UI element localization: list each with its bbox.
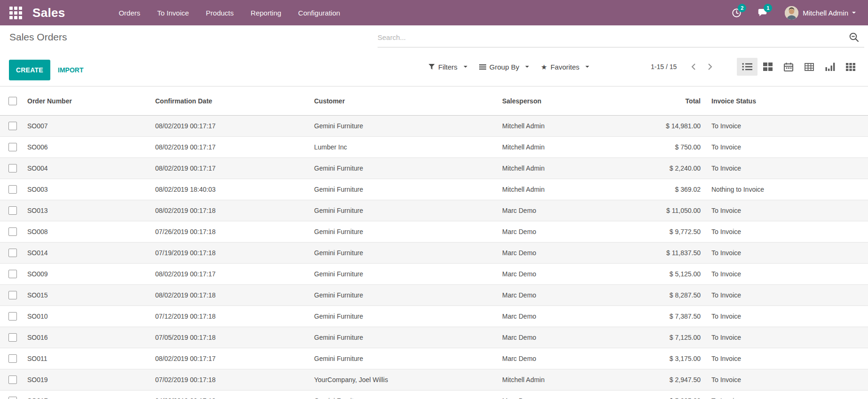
- cell-order-number: SO010: [19, 306, 147, 327]
- row-checkbox[interactable]: [8, 270, 17, 278]
- cell-customer: Gemini Furniture: [306, 243, 494, 264]
- cell-confirmation-date: 08/02/2019 18:40:03: [147, 179, 306, 200]
- nav-item-to-invoice[interactable]: To Invoice: [157, 9, 189, 17]
- row-checkbox[interactable]: [8, 185, 17, 194]
- column-header-invoice-status[interactable]: Invoice Status: [704, 86, 868, 116]
- table-header-row: Order Number Confirmation Date Customer …: [0, 86, 868, 116]
- apps-menu-icon[interactable]: [9, 7, 22, 19]
- column-header-salesperson[interactable]: Salesperson: [494, 86, 611, 116]
- row-checkbox[interactable]: [8, 376, 17, 384]
- cell-order-number: SO011: [19, 348, 147, 369]
- table-row[interactable]: SO010 07/12/2019 00:17:18 Gemini Furnitu…: [0, 306, 868, 327]
- cell-total: $ 11,050.00: [611, 200, 704, 221]
- cell-confirmation-date: 04/30/2019 00:17:18: [147, 391, 306, 399]
- cell-confirmation-date: 08/02/2019 00:17:17: [147, 264, 306, 285]
- cell-total: $ 9,772.50: [611, 221, 704, 243]
- cell-invoice-status: Nothing to Invoice: [704, 179, 868, 200]
- column-header-customer[interactable]: Customer: [306, 86, 494, 116]
- cell-confirmation-date: 07/05/2019 00:17:18: [147, 327, 306, 348]
- table-row[interactable]: SO009 08/02/2019 00:17:17 Gemini Furnitu…: [0, 264, 868, 285]
- cell-salesperson: Marc Demo: [494, 327, 611, 348]
- group-by-dropdown[interactable]: Group By: [476, 61, 532, 73]
- search-icon[interactable]: [849, 32, 860, 43]
- search-bar: [378, 27, 864, 47]
- view-switch-activity[interactable]: [840, 58, 861, 76]
- cell-confirmation-date: 07/12/2019 00:17:18: [147, 306, 306, 327]
- cell-invoice-status: To Invoice: [704, 137, 868, 158]
- row-checkbox[interactable]: [8, 227, 17, 236]
- table-row[interactable]: SO003 08/02/2019 18:40:03 Gemini Furnitu…: [0, 179, 868, 200]
- table-row[interactable]: SO007 08/02/2019 00:17:17 Gemini Furnitu…: [0, 116, 868, 137]
- view-switch-calendar[interactable]: [778, 58, 799, 76]
- user-menu[interactable]: Mitchell Admin: [785, 6, 856, 20]
- search-input[interactable]: [378, 33, 849, 41]
- row-checkbox[interactable]: [8, 291, 17, 299]
- activities-button[interactable]: 2: [732, 8, 742, 18]
- cell-salesperson: Marc Demo: [494, 285, 611, 306]
- column-header-confirmation-date[interactable]: Confirmation Date: [147, 86, 306, 116]
- row-checkbox[interactable]: [8, 354, 17, 363]
- cell-confirmation-date: 08/02/2019 00:17:17: [147, 116, 306, 137]
- cell-order-number: SO006: [19, 137, 147, 158]
- chevron-down-icon: [852, 12, 856, 14]
- create-button[interactable]: CREATE: [9, 60, 50, 80]
- cell-select: [0, 264, 19, 285]
- chevron-down-icon: [585, 66, 589, 68]
- column-header-total[interactable]: Total: [611, 86, 704, 116]
- table-row[interactable]: SO008 07/26/2019 00:17:18 Gemini Furnitu…: [0, 221, 868, 243]
- view-switch-list[interactable]: [737, 58, 758, 76]
- filters-dropdown[interactable]: Filters: [426, 61, 470, 73]
- row-checkbox[interactable]: [8, 249, 17, 257]
- app-title[interactable]: Sales: [32, 6, 65, 20]
- cell-invoice-status: To Invoice: [704, 158, 868, 179]
- table-row[interactable]: SO006 08/02/2019 00:17:17 Lumber Inc Mit…: [0, 137, 868, 158]
- cell-select: [0, 116, 19, 137]
- select-all-checkbox[interactable]: [8, 97, 17, 105]
- nav-item-configuration[interactable]: Configuration: [298, 9, 340, 17]
- nav-item-reporting[interactable]: Reporting: [251, 9, 281, 17]
- nav-item-orders[interactable]: Orders: [118, 9, 140, 17]
- chevron-down-icon: [464, 66, 467, 68]
- cell-order-number: SO019: [19, 369, 147, 391]
- cell-order-number: SO007: [19, 116, 147, 137]
- cell-customer: Gemini Furniture: [306, 285, 494, 306]
- cell-confirmation-date: 08/02/2019 00:17:18: [147, 200, 306, 221]
- view-switch-kanban[interactable]: [758, 58, 778, 76]
- group-by-bars-icon: [479, 64, 486, 70]
- activities-badge: 2: [738, 4, 746, 12]
- search-options: Filters Group By ★ Favorites: [426, 47, 592, 86]
- row-checkbox[interactable]: [8, 143, 17, 151]
- table-row[interactable]: SO004 08/02/2019 00:17:17 Gemini Furnitu…: [0, 158, 868, 179]
- nav-item-products[interactable]: Products: [206, 9, 234, 17]
- table-row[interactable]: SO014 07/19/2019 00:17:18 Gemini Furnitu…: [0, 243, 868, 264]
- row-checkbox[interactable]: [8, 312, 17, 321]
- cell-salesperson: Marc Demo: [494, 391, 611, 399]
- messages-button[interactable]: 1: [758, 8, 768, 17]
- table-row[interactable]: SO017 04/30/2019 00:17:18 Gemini Furnitu…: [0, 391, 868, 399]
- cell-order-number: SO015: [19, 285, 147, 306]
- row-checkbox[interactable]: [8, 397, 17, 399]
- table-row[interactable]: SO019 07/02/2019 00:17:18 YourCompany, J…: [0, 369, 868, 391]
- breadcrumb-row: Sales Orders: [0, 25, 868, 47]
- table-row[interactable]: SO011 08/02/2019 00:17:17 Gemini Furnitu…: [0, 348, 868, 369]
- row-checkbox[interactable]: [8, 333, 17, 342]
- row-checkbox[interactable]: [8, 122, 17, 130]
- row-checkbox[interactable]: [8, 164, 17, 172]
- cell-salesperson: Marc Demo: [494, 264, 611, 285]
- table-row[interactable]: SO015 08/02/2019 00:17:18 Gemini Furnitu…: [0, 285, 868, 306]
- cell-customer: Gemini Furniture: [306, 221, 494, 243]
- row-checkbox[interactable]: [8, 206, 17, 215]
- cell-total: $ 5,085.80: [611, 391, 704, 399]
- star-icon: ★: [541, 63, 547, 70]
- view-switch-graph[interactable]: [820, 58, 840, 76]
- cell-customer: YourCompany, Joel Willis: [306, 369, 494, 391]
- column-header-order-number[interactable]: Order Number: [19, 86, 147, 116]
- pager-next-button[interactable]: [703, 59, 717, 75]
- pager-previous-button[interactable]: [686, 59, 700, 75]
- table-row[interactable]: SO016 07/05/2019 00:17:18 Gemini Furnitu…: [0, 327, 868, 348]
- cell-select: [0, 306, 19, 327]
- favorites-dropdown[interactable]: ★ Favorites: [538, 61, 592, 73]
- import-button[interactable]: IMPORT: [53, 60, 88, 80]
- view-switch-pivot[interactable]: [799, 58, 820, 76]
- table-row[interactable]: SO013 08/02/2019 00:17:18 Gemini Furnitu…: [0, 200, 868, 221]
